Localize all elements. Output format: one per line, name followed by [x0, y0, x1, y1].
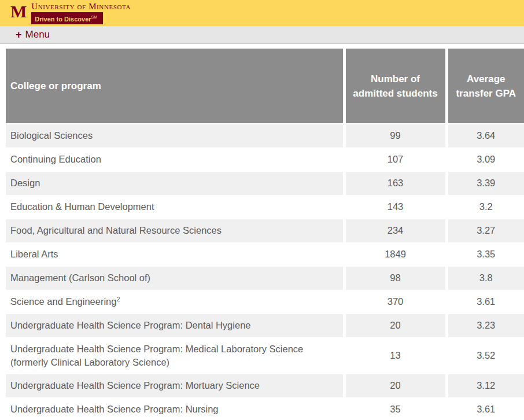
gpa-cell: 3.12 [446, 374, 524, 397]
column-header-admitted: Number of admitted students [344, 49, 446, 124]
table-row: Design 163 3.39 [6, 171, 524, 195]
footnote-ref: 2 [116, 295, 120, 302]
gpa-cell: 3.64 [446, 124, 524, 148]
university-brand-link[interactable]: M University of Minnesota Driven to Disc… [10, 2, 131, 24]
college-cell: Education & Human Development [6, 195, 344, 219]
table-row: Food, Agricultural and Natural Resource … [6, 219, 524, 242]
block-m-logo: M [10, 3, 27, 20]
gpa-cell: 3.09 [446, 148, 524, 171]
gpa-cell: 3.61 [446, 397, 524, 420]
table-row: Undergraduate Health Science Program: Me… [6, 337, 524, 374]
admitted-count-cell: 20 [344, 314, 446, 337]
college-cell: Continuing Education [6, 148, 344, 171]
college-cell: Undergraduate Health Science Program: Me… [6, 337, 344, 374]
college-name: Liberal Arts [10, 249, 58, 259]
admitted-count-cell: 20 [344, 374, 446, 397]
wordmark: University of Minnesota Driven to Discov… [31, 2, 131, 24]
table-row: Liberal Arts 1849 3.35 [6, 242, 524, 266]
college-cell: Design [6, 171, 344, 195]
table-row: Science and Engineering2 370 3.61 [6, 290, 524, 314]
gpa-cell: 3.35 [446, 242, 524, 266]
college-name: Biological Sciences [10, 130, 93, 141]
college-name: Undergraduate Health Science Program: Nu… [10, 404, 219, 414]
table-row: Management (Carlson School of) 98 3.8 [6, 266, 524, 290]
college-cell: Undergraduate Health Science Program: Mo… [6, 374, 344, 397]
college-name: Food, Agricultural and Natural Resource … [10, 225, 222, 235]
admitted-count-cell: 234 [344, 219, 446, 242]
plus-icon: + [16, 29, 22, 41]
admitted-count-cell: 143 [344, 195, 446, 219]
college-name: Undergraduate Health Science Program: Mo… [10, 380, 260, 390]
college-name: Science and Engineering [10, 296, 116, 307]
column-header-college: College or program [6, 49, 344, 124]
table-row: Undergraduate Health Science Program: Mo… [6, 374, 524, 397]
college-cell: Biological Sciences [6, 124, 344, 148]
university-name: University of Minnesota [31, 2, 131, 12]
gpa-cell: 3.27 [446, 219, 524, 242]
admitted-count-cell: 163 [344, 171, 446, 195]
college-cell: Management (Carlson School of) [6, 266, 344, 290]
college-name: Continuing Education [10, 154, 101, 164]
college-name: Undergraduate Health Science Program: Me… [10, 344, 303, 367]
tagline-banner: Driven to DiscoverSM [31, 12, 103, 24]
gpa-cell: 3.23 [446, 314, 524, 337]
table-body: Biological Sciences 99 3.64 Continuing E… [6, 124, 524, 420]
college-cell: Liberal Arts [6, 242, 344, 266]
gpa-cell: 3.61 [446, 290, 524, 314]
college-name: Management (Carlson School of) [10, 272, 150, 283]
college-name: Education & Human Development [10, 201, 154, 212]
gpa-cell: 3.2 [446, 195, 524, 219]
admitted-count-cell: 98 [344, 266, 446, 290]
page-content: College or program Number of admitted st… [0, 44, 524, 420]
college-cell: Undergraduate Health Science Program: Nu… [6, 397, 344, 420]
transfer-admissions-table: College or program Number of admitted st… [6, 49, 524, 420]
column-header-gpa: Average transfer GPA [446, 49, 524, 124]
table-row: Biological Sciences 99 3.64 [6, 124, 524, 148]
admitted-count-cell: 35 [344, 397, 446, 420]
table-row: Education & Human Development 143 3.2 [6, 195, 524, 219]
gpa-cell: 3.8 [446, 266, 524, 290]
admitted-count-cell: 1849 [344, 242, 446, 266]
menu-toggle-button[interactable]: + Menu [16, 29, 50, 41]
admitted-count-cell: 370 [344, 290, 446, 314]
college-cell: Science and Engineering2 [6, 290, 344, 314]
gpa-cell: 3.52 [446, 337, 524, 374]
university-header-bar: M University of Minnesota Driven to Disc… [0, 0, 524, 26]
table-row: Undergraduate Health Science Program: De… [6, 314, 524, 337]
admitted-count-cell: 13 [344, 337, 446, 374]
college-name: Undergraduate Health Science Program: De… [10, 320, 250, 330]
admitted-count-cell: 99 [344, 124, 446, 148]
table-row: Continuing Education 107 3.09 [6, 148, 524, 171]
tagline-text: Driven to Discover [35, 16, 91, 23]
admitted-count-cell: 107 [344, 148, 446, 171]
table-header-row: College or program Number of admitted st… [6, 49, 524, 124]
service-mark: SM [91, 15, 98, 19]
college-name: Design [10, 178, 40, 188]
menu-label: Menu [25, 29, 50, 40]
menu-bar: + Menu [0, 26, 524, 44]
college-cell: Undergraduate Health Science Program: De… [6, 314, 344, 337]
college-cell: Food, Agricultural and Natural Resource … [6, 219, 344, 242]
table-row: Undergraduate Health Science Program: Nu… [6, 397, 524, 420]
gpa-cell: 3.39 [446, 171, 524, 195]
